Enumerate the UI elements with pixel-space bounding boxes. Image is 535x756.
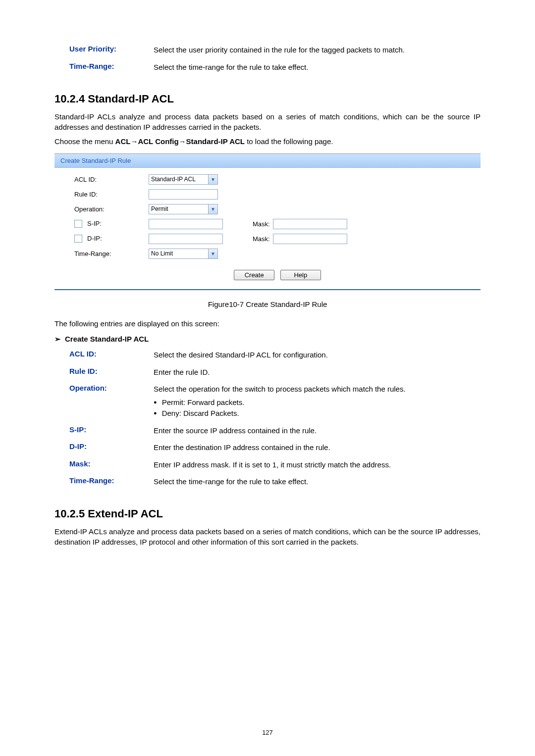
page-number: 127 (0, 729, 535, 736)
definition-label: ACL ID: (54, 350, 154, 361)
operation-label: Operation: (74, 205, 149, 213)
sip-mask-label: Mask: (253, 220, 270, 228)
form-row-acl-id: ACL ID: Standard-IP ACL ▼ (74, 172, 481, 187)
sip-label: S-IP: (74, 220, 149, 228)
acl-id-select[interactable]: Standard-IP ACL ▼ (149, 174, 218, 185)
definition-label: Operation: (54, 384, 154, 419)
button-row: Create Help (74, 270, 481, 280)
form-row-dip: D-IP: Mask: (74, 231, 481, 246)
section-para: Choose the menu ACL→ACL Config→Standard-… (54, 136, 481, 147)
definition-desc: Select the time-range for the rule to ta… (154, 62, 481, 73)
definition-row: ACL ID:Select the desired Standard-IP AC… (54, 350, 481, 361)
definition-row: Time-Range:Select the time-range for the… (54, 476, 481, 488)
sub-heading: ➢Create Standard-IP ACL (54, 335, 481, 344)
operation-value: Permit (151, 205, 168, 212)
menu-path: ACL→ACL Config→Standard-IP ACL (115, 137, 245, 146)
definition-desc: Enter the rule ID. (154, 367, 481, 378)
figure-screenshot: Create Standard-IP Rule ACL ID: Standard… (54, 153, 481, 290)
panel-body: ACL ID: Standard-IP ACL ▼ Rule ID: Opera… (54, 168, 481, 280)
definition-label: Time-Range: (54, 62, 154, 73)
chevron-down-icon: ▼ (208, 204, 217, 214)
help-button[interactable]: Help (280, 270, 321, 280)
sip-text: S-IP: (87, 220, 102, 227)
panel-title: Create Standard-IP Rule (54, 154, 481, 168)
definition-row: User Priority: Select the user priority … (54, 45, 481, 56)
rule-id-input[interactable] (149, 189, 218, 200)
definition-label: S-IP: (54, 425, 154, 437)
definition-row: Rule ID:Enter the rule ID. (54, 367, 481, 378)
arrow-bullet-icon: ➢ (54, 335, 61, 343)
dip-text: D-IP: (87, 235, 102, 242)
definition-row: D-IP:Enter the destination IP address co… (54, 442, 481, 454)
dip-mask-label: Mask: (253, 235, 270, 243)
form-row-operation: Operation: Permit ▼ (74, 202, 481, 216)
acl-id-value: Standard-IP ACL (151, 176, 196, 183)
dip-label: D-IP: (74, 235, 149, 243)
form-row-sip: S-IP: Mask: (74, 216, 481, 231)
chevron-down-icon: ▼ (208, 249, 217, 258)
acl-id-label: ACL ID: (74, 176, 149, 183)
definition-desc: Select the operation for the switch to p… (154, 384, 481, 419)
definition-label: Rule ID: (54, 367, 154, 378)
dip-mask-input[interactable] (273, 234, 347, 244)
rule-id-label: Rule ID: (74, 191, 149, 198)
entries-list: ACL ID:Select the desired Standard-IP AC… (54, 350, 481, 488)
definition-desc: Select the desired Standard-IP ACL for c… (154, 350, 481, 361)
definition-desc: Select the time-range for the rule to ta… (154, 476, 481, 488)
figure-caption: Figure10-7 Create Standard-IP Rule (54, 300, 481, 308)
dip-input[interactable] (149, 234, 223, 244)
section-heading-1025: 10.2.5 Extend-IP ACL (54, 507, 481, 520)
operation-select[interactable]: Permit ▼ (149, 204, 218, 214)
menu-prefix: Choose the menu (54, 137, 115, 146)
section-para: Standard-IP ACLs analyze and process dat… (54, 111, 481, 132)
section-para: Extend-IP ACLs analyze and process data … (54, 526, 481, 547)
definition-desc: Enter the destination IP address contain… (154, 442, 481, 454)
definition-row: S-IP:Enter the source IP address contain… (54, 425, 481, 437)
sip-mask-input[interactable] (273, 219, 347, 229)
entries-intro: The following entries are displayed on t… (54, 318, 481, 329)
definition-row: Time-Range: Select the time-range for th… (54, 62, 481, 73)
create-button[interactable]: Create (234, 270, 274, 280)
dip-checkbox[interactable] (74, 235, 82, 243)
form-row-rule-id: Rule ID: (74, 187, 481, 202)
menu-suffix: to load the following page. (245, 137, 333, 146)
form-row-time-range: Time-Range: No Limit ▼ (74, 246, 481, 261)
time-range-select[interactable]: No Limit ▼ (149, 249, 218, 259)
definition-label: User Priority: (54, 45, 154, 56)
chevron-down-icon: ▼ (208, 175, 217, 184)
definition-desc: Enter the source IP address contained in… (154, 425, 481, 437)
section-heading-1024: 10.2.4 Standard-IP ACL (54, 93, 481, 105)
definition-desc: Select the user priority contained in th… (154, 45, 481, 56)
sip-input[interactable] (149, 219, 223, 229)
document-page: User Priority: Select the user priority … (0, 0, 535, 756)
definition-label: Mask: (54, 459, 154, 471)
definition-row: Operation:Select the operation for the s… (54, 384, 481, 419)
definition-label: D-IP: (54, 442, 154, 454)
definition-row: Mask:Enter IP address mask. If it is set… (54, 459, 481, 471)
definition-label: Time-Range: (54, 476, 154, 488)
time-range-value: No Limit (151, 250, 173, 257)
bullet-list: Permit: Forward packets.Deny: Discard Pa… (154, 397, 481, 419)
time-range-label: Time-Range: (74, 250, 149, 257)
definition-desc: Enter IP address mask. If it is set to 1… (154, 459, 481, 471)
sip-checkbox[interactable] (74, 220, 82, 228)
sub-heading-text: Create Standard-IP ACL (65, 335, 149, 343)
bullet-item: Permit: Forward packets. (154, 397, 481, 408)
bullet-item: Deny: Discard Packets. (154, 408, 481, 419)
